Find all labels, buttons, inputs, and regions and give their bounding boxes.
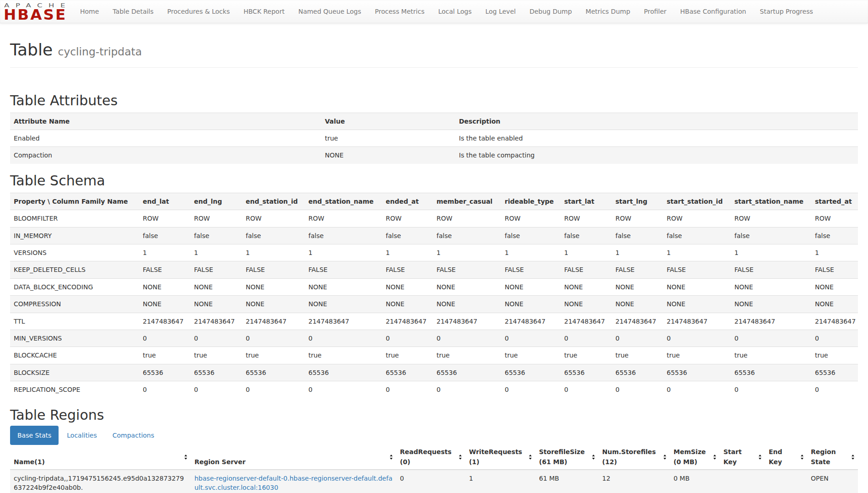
regions-col-header-num-storefiles[interactable]: Num.Storefiles(12) — [598, 445, 670, 470]
sort-icon[interactable] — [713, 455, 717, 460]
attribute-value: NONE — [321, 147, 455, 164]
schema-property-value: ROW — [561, 210, 612, 227]
sort-icon[interactable] — [390, 455, 393, 460]
sort-icon[interactable] — [184, 455, 188, 460]
schema-property-value: FALSE — [433, 261, 501, 278]
schema-property-value: 0 — [501, 330, 561, 347]
regions-col-label-num-storefiles: Num.Storefiles(12) — [602, 448, 656, 466]
schema-property-value: FALSE — [305, 261, 382, 278]
schema-corner-header: Property \ Column Family Name — [10, 193, 139, 210]
schema-property-value: 0 — [811, 330, 858, 347]
schema-property-value: true — [612, 347, 663, 364]
schema-property-value: FALSE — [663, 261, 731, 278]
schema-property-value: 65536 — [561, 364, 612, 381]
nav-link-process-metrics[interactable]: Process Metrics — [368, 0, 431, 23]
nav-item-log-level: Log Level — [479, 0, 523, 23]
nav-item-named-queue-logs: Named Queue Logs — [291, 0, 368, 23]
schema-property-value: 1 — [663, 244, 731, 261]
sort-icon[interactable] — [663, 455, 667, 460]
schema-row-keep_deleted_cells: KEEP_DELETED_CELLSFALSEFALSEFALSEFALSEFA… — [10, 261, 858, 278]
attributes-row-compaction: CompactionNONEIs the table compacting — [10, 147, 858, 164]
schema-family-header-ended_at: ended_at — [382, 193, 433, 210]
attribute-name: Enabled — [10, 130, 321, 147]
schema-property-name: BLOOMFILTER — [10, 210, 139, 227]
schema-property-value: true — [305, 347, 382, 364]
schema-family-header-start_lat: start_lat — [561, 193, 612, 210]
navbar: APACHE HBASE HomeTable DetailsProcedures… — [0, 0, 868, 23]
schema-property-name: DATA_BLOCK_ENCODING — [10, 278, 139, 295]
nav-link-startup-progress[interactable]: Startup Progress — [753, 0, 820, 23]
nav-item-home: Home — [73, 0, 106, 23]
schema-property-value: 2147483647 — [305, 313, 382, 330]
page-subtitle: cycling-tripdata — [58, 45, 142, 58]
regions-col-label-end-key: EndKey — [769, 448, 782, 466]
schema-property-value: FALSE — [382, 261, 433, 278]
nav-link-hbase-configuration[interactable]: HBase Configuration — [674, 0, 753, 23]
schema-property-value: true — [561, 347, 612, 364]
nav-link-home[interactable]: Home — [73, 0, 106, 23]
region-start-key — [720, 470, 765, 493]
regions-col-header-region-state[interactable]: RegionState — [807, 445, 858, 470]
region-write-requests: 1 — [465, 470, 535, 493]
sort-icon[interactable] — [852, 455, 855, 460]
regions-col-header-region-server[interactable]: Region Server — [191, 445, 396, 470]
schema-row-data_block_encoding: DATA_BLOCK_ENCODINGNONENONENONENONENONEN… — [10, 278, 858, 295]
schema-property-value: 2147483647 — [612, 313, 663, 330]
schema-property-value: NONE — [811, 278, 858, 295]
schema-property-value: ROW — [501, 210, 561, 227]
schema-header-row: Property \ Column Family Nameend_latend_… — [10, 193, 858, 210]
sort-icon[interactable] — [459, 455, 462, 460]
attributes-col-header-2: Description — [455, 113, 858, 130]
regions-table: Name(1)Region ServerReadRequests(0)Write… — [10, 445, 858, 493]
schema-property-value: 65536 — [501, 364, 561, 381]
regions-col-header-storefile-size[interactable]: StorefileSize(61 MB) — [535, 445, 598, 470]
nav-link-profiler[interactable]: Profiler — [637, 0, 673, 23]
nav-link-debug-dump[interactable]: Debug Dump — [523, 0, 579, 23]
tab-link-localities[interactable]: Localities — [59, 426, 104, 445]
regions-col-label-write-requests: WriteRequests(1) — [469, 448, 522, 466]
tab-link-base-stats[interactable]: Base Stats — [10, 426, 59, 445]
nav-item-metrics-dump: Metrics Dump — [579, 0, 637, 23]
sort-icon[interactable] — [529, 455, 532, 460]
sort-icon[interactable] — [592, 455, 595, 460]
region-name: cycling-tripdata,,1719475156245.e95d0a13… — [10, 470, 191, 493]
regions-col-header-write-requests[interactable]: WriteRequests(1) — [465, 445, 535, 470]
region-server-link[interactable]: hbase-regionserver-default-0.hbase-regio… — [194, 475, 392, 491]
schema-family-header-end_station_name: end_station_name — [305, 193, 382, 210]
attribute-description: Is the table compacting — [455, 147, 858, 164]
schema-property-name: MIN_VERSIONS — [10, 330, 139, 347]
schema-property-value: 0 — [811, 381, 858, 398]
schema-property-value: ROW — [433, 210, 501, 227]
schema-property-value: NONE — [305, 278, 382, 295]
schema-property-value: FALSE — [731, 261, 811, 278]
regions-col-header-end-key[interactable]: EndKey — [765, 445, 807, 470]
tab-link-compactions[interactable]: Compactions — [105, 426, 162, 445]
nav-link-hbck-report[interactable]: HBCK Report — [237, 0, 291, 23]
sort-icon[interactable] — [801, 455, 804, 460]
schema-property-value: true — [190, 347, 242, 364]
nav-link-log-level[interactable]: Log Level — [479, 0, 523, 23]
schema-property-value: true — [811, 347, 858, 364]
schema-property-value: NONE — [190, 278, 242, 295]
schema-property-value: ROW — [811, 210, 858, 227]
schema-property-value: 1 — [305, 244, 382, 261]
schema-property-value: 0 — [139, 330, 190, 347]
schema-property-value: 2147483647 — [433, 313, 501, 330]
schema-property-value: 1 — [731, 244, 811, 261]
nav-link-named-queue-logs[interactable]: Named Queue Logs — [291, 0, 368, 23]
schema-property-value: 65536 — [190, 364, 242, 381]
regions-col-header-read-requests[interactable]: ReadRequests(0) — [396, 445, 465, 470]
schema-property-value: 0 — [139, 381, 190, 398]
schema-property-value: NONE — [242, 278, 305, 295]
hbase-logo[interactable]: APACHE HBASE — [0, 0, 73, 23]
schema-property-value: 65536 — [305, 364, 382, 381]
nav-link-local-logs[interactable]: Local Logs — [431, 0, 479, 23]
regions-col-header-start-key[interactable]: StartKey — [720, 445, 765, 470]
nav-link-procedures-locks[interactable]: Procedures & Locks — [161, 0, 237, 23]
nav-link-metrics-dump[interactable]: Metrics Dump — [579, 0, 637, 23]
regions-col-header-name[interactable]: Name(1) — [10, 445, 191, 470]
regions-col-header-mem-size[interactable]: MemSize(0 MB) — [670, 445, 720, 470]
schema-property-value: 65536 — [139, 364, 190, 381]
nav-link-table-details[interactable]: Table Details — [106, 0, 160, 23]
sort-icon[interactable] — [759, 455, 762, 460]
